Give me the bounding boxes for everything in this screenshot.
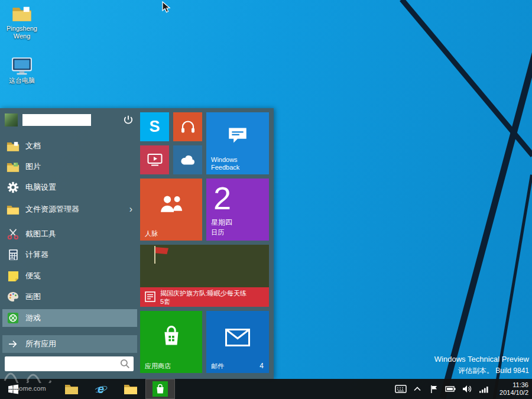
onedrive-cloud-icon	[179, 154, 197, 166]
desktop: Pingsheng Weng 这台电脑 Windows Technical Pr…	[0, 0, 532, 399]
calendar-day-number: 2	[213, 180, 231, 216]
tile-label: 应用商店	[145, 362, 171, 370]
news-caption-bar: 揭国庆护旗方队:睡眠少每天练 5套	[140, 287, 269, 307]
tile-mail[interactable]: 邮件 4	[206, 311, 269, 373]
tile-video[interactable]	[140, 145, 169, 174]
start-item-documents[interactable]: 文档	[2, 137, 137, 155]
start-item-snipping-tool[interactable]: 截图工具	[2, 225, 137, 243]
taskbar-file-explorer[interactable]	[57, 379, 86, 399]
tile-label: 人脉	[145, 230, 158, 238]
start-item-games[interactable]: 游戏	[2, 309, 137, 327]
desktop-icon-label: 这台电脑	[4, 77, 40, 85]
start-item-label: 所有应用	[25, 339, 56, 349]
start-item-label: 电脑设置	[25, 182, 56, 193]
pictures-icon	[6, 160, 20, 174]
tile-label: 日历	[211, 228, 224, 237]
start-item-label: 画图	[25, 291, 41, 302]
desktop-icon-label: Pingsheng Weng	[4, 25, 40, 40]
start-item-label: 图片	[25, 161, 41, 172]
touch-keyboard-icon[interactable]	[392, 379, 409, 399]
desktop-icon-user-folder[interactable]: Pingsheng Weng	[4, 5, 40, 40]
desktop-icon-this-pc[interactable]: 这台电脑	[4, 57, 40, 85]
network-icon[interactable]	[475, 379, 492, 399]
calculator-icon	[6, 248, 20, 262]
file-explorer-icon	[64, 383, 79, 395]
start-item-calculator[interactable]: 计算器	[2, 246, 137, 264]
volume-icon[interactable]	[459, 379, 475, 399]
tile-people[interactable]: 人脉	[140, 179, 202, 241]
taskbar-internet-explorer[interactable]: e	[86, 379, 116, 399]
start-menu-header	[5, 113, 135, 128]
news-headline: 揭国庆护旗方队:睡眠少每天练	[160, 289, 246, 298]
start-menu: 文档 图片 电脑设置 文件资源管理器 › 截图工具 计算器 便笺	[0, 108, 274, 379]
store-bag-icon	[155, 383, 166, 395]
tile-onedrive[interactable]	[173, 145, 202, 174]
mail-unread-badge: 4	[259, 362, 264, 370]
tile-calendar[interactable]: 2 星期四 日历	[206, 179, 269, 241]
calendar-weekday: 星期四	[211, 218, 232, 228]
mail-envelope-icon	[225, 329, 250, 346]
tile-skype[interactable]: S	[140, 112, 169, 141]
paint-palette-icon	[6, 290, 20, 304]
folder-icon	[11, 5, 33, 24]
tile-store[interactable]: 应用商店	[140, 311, 202, 373]
start-item-label: 游戏	[25, 313, 41, 323]
action-center-flag-icon[interactable]	[426, 379, 442, 399]
tray-expand-chevron-icon[interactable]	[409, 379, 426, 399]
start-item-file-explorer[interactable]: 文件资源管理器 ›	[2, 200, 137, 218]
settings-gear-icon	[6, 180, 20, 194]
tile-news[interactable]: 揭国庆护旗方队:睡眠少每天练 5套	[140, 245, 269, 307]
mouse-cursor	[162, 1, 171, 14]
snipping-tool-icon	[6, 227, 20, 241]
news-photo	[140, 245, 269, 287]
video-icon	[147, 153, 163, 167]
start-item-paint[interactable]: 画图	[2, 288, 137, 306]
start-item-pc-settings[interactable]: 电脑设置	[2, 179, 137, 196]
start-item-label: 文件资源管理器	[25, 204, 79, 215]
flag-pole	[154, 246, 155, 264]
user-name-box[interactable]	[22, 114, 91, 126]
headphones-icon	[180, 119, 196, 134]
windows-watermark: Windows Technical Preview 评估副本。 Build 98…	[434, 355, 529, 376]
games-icon	[6, 311, 20, 325]
tile-label: Windows Feedback	[211, 156, 249, 171]
tile-windows-feedback[interactable]: Windows Feedback	[206, 112, 269, 174]
clock-time: 11:36	[492, 381, 528, 389]
search-icon[interactable]	[119, 358, 131, 370]
taskbar: e	[0, 379, 532, 399]
red-flag	[155, 247, 168, 254]
ie-icon: e	[94, 382, 108, 396]
file-explorer-icon	[6, 202, 20, 216]
watermark-line1: Windows Technical Preview	[434, 355, 529, 364]
site-watermark-text: tuthome.com	[8, 385, 46, 392]
news-app-icon	[145, 291, 155, 302]
sticky-notes-icon	[6, 269, 20, 283]
start-item-label: 文档	[25, 141, 41, 151]
taskbar-store-active[interactable]	[145, 379, 175, 399]
start-item-label: 便笺	[25, 271, 41, 281]
all-apps-arrow-icon	[6, 337, 20, 351]
start-item-all-apps[interactable]: 所有应用	[2, 335, 137, 353]
power-icon	[123, 115, 134, 125]
system-tray: 11:36 2014/10/2	[392, 379, 532, 399]
store-bag-icon	[160, 324, 183, 348]
chevron-right-icon: ›	[129, 205, 132, 214]
news-headline-2: 5套	[160, 297, 170, 306]
battery-icon[interactable]	[442, 379, 459, 399]
start-item-label: 计算器	[25, 249, 48, 260]
power-button[interactable]	[123, 115, 135, 126]
tile-music[interactable]	[173, 112, 202, 141]
site-watermark-logo	[4, 364, 53, 383]
clock-date: 2014/10/2	[492, 389, 528, 397]
store-icon	[153, 381, 168, 397]
tile-label: 邮件	[211, 362, 224, 370]
taskbar-folder[interactable]	[116, 379, 145, 399]
user-avatar[interactable]	[5, 113, 18, 126]
taskbar-clock[interactable]: 11:36 2014/10/2	[492, 381, 532, 397]
people-icon	[158, 194, 184, 214]
start-item-pictures[interactable]: 图片	[2, 158, 137, 176]
folder-icon	[124, 383, 138, 395]
start-item-sticky-notes[interactable]: 便笺	[2, 267, 137, 285]
feedback-bubble-icon	[228, 126, 248, 144]
start-item-label: 截图工具	[25, 229, 56, 239]
